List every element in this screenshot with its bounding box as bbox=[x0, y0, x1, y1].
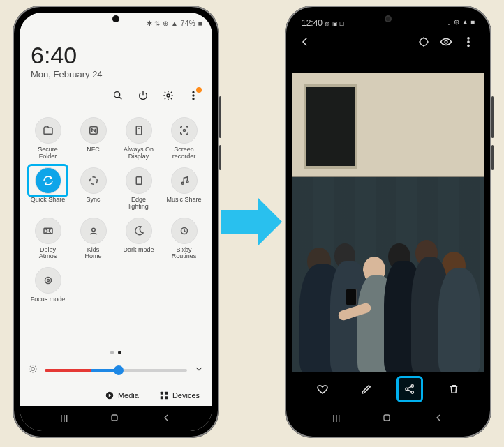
nfc-icon[interactable] bbox=[80, 117, 107, 144]
sync-icon[interactable] bbox=[80, 167, 107, 194]
more-icon[interactable] bbox=[187, 89, 200, 102]
tile-always-on[interactable]: Always On Display bbox=[116, 117, 161, 160]
clock-date: Mon, February 24 bbox=[31, 69, 103, 79]
kids-home-icon[interactable] bbox=[80, 218, 107, 244]
eye-icon[interactable] bbox=[440, 36, 452, 51]
camera-hole bbox=[112, 15, 119, 22]
edit-icon[interactable] bbox=[353, 376, 380, 402]
svg-rect-24 bbox=[165, 392, 168, 395]
back-icon[interactable] bbox=[299, 36, 311, 51]
svg-point-18 bbox=[45, 278, 51, 284]
back-button[interactable] bbox=[433, 412, 444, 425]
tile-label: Dolby Atmos bbox=[39, 247, 57, 261]
svg-rect-6 bbox=[44, 128, 52, 134]
dolby-icon[interactable] bbox=[35, 218, 61, 244]
svg-point-0 bbox=[114, 92, 120, 98]
favorite-icon[interactable] bbox=[309, 376, 336, 402]
tile-label: Edge lighting bbox=[128, 197, 149, 211]
svg-rect-25 bbox=[161, 396, 163, 399]
tile-label: Quick Share bbox=[31, 197, 66, 204]
status-icons: ⋮ ⊕ ▲ ■ bbox=[445, 18, 475, 26]
dark-mode-icon[interactable] bbox=[126, 218, 152, 244]
music-share-icon[interactable] bbox=[171, 167, 198, 194]
tile-secure-folder[interactable]: Secure Folder bbox=[25, 117, 71, 160]
svg-line-36 bbox=[408, 386, 411, 388]
tile-nfc[interactable]: NFC bbox=[71, 117, 116, 160]
svg-rect-15 bbox=[44, 228, 52, 234]
svg-point-32 bbox=[468, 45, 469, 46]
chevron-down-icon[interactable] bbox=[194, 364, 204, 377]
bixby-icon[interactable] bbox=[171, 218, 198, 244]
svg-point-19 bbox=[47, 280, 49, 282]
svg-point-11 bbox=[89, 177, 97, 185]
tile-label: Dark mode bbox=[123, 247, 154, 254]
svg-point-31 bbox=[468, 41, 469, 43]
svg-line-1 bbox=[119, 97, 121, 99]
secure-folder-icon[interactable] bbox=[35, 117, 61, 144]
clock-time: 6:40 bbox=[31, 42, 103, 69]
trash-icon[interactable] bbox=[440, 376, 467, 402]
left-phone: ✱ ⇅ ⊕ ▲ 74% ■ 6:40 Mon, February 24 Secu… bbox=[13, 6, 219, 438]
svg-point-2 bbox=[167, 94, 170, 97]
tile-music-share[interactable]: Music Share bbox=[161, 167, 207, 211]
nav-bar: III bbox=[292, 406, 484, 431]
home-button[interactable] bbox=[109, 412, 120, 425]
brightness-thumb[interactable] bbox=[114, 365, 124, 375]
brightness-icon bbox=[28, 364, 38, 377]
tile-dark-mode[interactable]: Dark mode bbox=[116, 218, 161, 261]
photo-viewer[interactable] bbox=[292, 73, 484, 372]
always-on-icon[interactable] bbox=[126, 117, 152, 144]
tile-quick-share[interactable]: Quick Share bbox=[25, 167, 71, 211]
camera-hole bbox=[385, 15, 392, 22]
tile-screen-rec[interactable]: Screen recorder bbox=[161, 117, 207, 160]
recents-button[interactable]: III bbox=[332, 413, 341, 424]
more-icon[interactable] bbox=[462, 36, 475, 51]
back-button[interactable] bbox=[161, 412, 172, 425]
auto-enhance-icon[interactable] bbox=[417, 36, 430, 51]
brightness-slider[interactable] bbox=[28, 364, 204, 377]
tile-sync[interactable]: Sync bbox=[71, 167, 116, 211]
brightness-track[interactable] bbox=[45, 369, 187, 372]
tile-dolby[interactable]: Dolby Atmos bbox=[25, 218, 71, 261]
media-label: Media bbox=[118, 391, 139, 400]
svg-point-33 bbox=[406, 388, 408, 390]
viewer-topbar bbox=[292, 32, 484, 54]
search-icon[interactable] bbox=[112, 89, 124, 102]
tile-kids-home[interactable]: Kids Home bbox=[71, 218, 116, 261]
home-button[interactable] bbox=[381, 412, 392, 425]
svg-point-28 bbox=[420, 38, 428, 46]
devices-button[interactable]: Devices bbox=[159, 391, 200, 400]
svg-rect-27 bbox=[112, 415, 117, 421]
tile-bixby[interactable]: Bixby Routines bbox=[161, 218, 207, 261]
media-button[interactable]: Media bbox=[105, 391, 139, 400]
svg-rect-23 bbox=[161, 392, 163, 395]
recents-button[interactable]: III bbox=[60, 413, 68, 424]
tile-label: Kids Home bbox=[84, 247, 101, 261]
svg-point-3 bbox=[193, 91, 194, 93]
quick-settings-grid: Secure FolderNFCAlways On DisplayScreen … bbox=[25, 117, 207, 303]
tile-focus[interactable]: Focus mode bbox=[25, 267, 71, 303]
tile-edge-light[interactable]: Edge lighting bbox=[116, 167, 161, 211]
svg-point-20 bbox=[31, 368, 35, 371]
svg-rect-26 bbox=[165, 396, 168, 399]
screen-rec-icon[interactable] bbox=[171, 117, 198, 144]
right-phone: 12:40 ▧ ▣ ☐ ⋮ ⊕ ▲ ■ bbox=[285, 6, 491, 438]
svg-line-37 bbox=[408, 390, 411, 392]
gear-icon[interactable] bbox=[162, 89, 175, 102]
tile-label: Music Share bbox=[166, 197, 201, 204]
tile-label: Bixby Routines bbox=[172, 247, 197, 261]
svg-point-4 bbox=[193, 95, 194, 96]
quick-share-icon[interactable] bbox=[35, 167, 61, 194]
viewer-toolbar bbox=[292, 372, 484, 406]
tile-label: Sync bbox=[86, 197, 100, 204]
status-bar: ✱ ⇅ ⊕ ▲ 74% ■ bbox=[147, 20, 202, 27]
tile-label: Always On Display bbox=[124, 146, 154, 160]
page-indicator bbox=[110, 351, 121, 354]
focus-icon[interactable] bbox=[35, 267, 61, 294]
transition-arrow bbox=[221, 191, 282, 252]
edge-light-icon[interactable] bbox=[126, 167, 152, 194]
power-icon[interactable] bbox=[137, 89, 149, 102]
selfie-phone bbox=[346, 289, 357, 305]
tile-label: Secure Folder bbox=[38, 146, 58, 160]
share-icon[interactable] bbox=[396, 376, 423, 402]
